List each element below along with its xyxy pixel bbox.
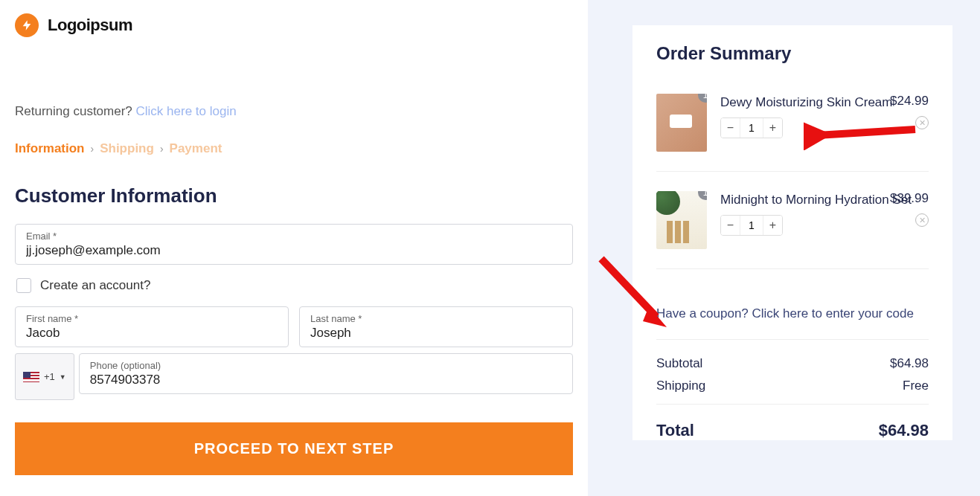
chevron-down-icon: ▼ [60,373,66,381]
coupon-toggle-link[interactable]: Have a coupon? Click here to enter your … [656,306,929,321]
brand-logo: Logoipsum [15,13,573,37]
quantity-stepper[interactable]: − + [720,215,783,236]
quantity-stepper[interactable]: − + [720,117,783,138]
order-summary-title: Order Summary [656,43,929,64]
dial-code: +1 [44,371,55,382]
subtotal-label: Subtotal [656,356,702,371]
us-flag-icon [23,372,39,382]
breadcrumb-payment[interactable]: Payment [170,141,222,156]
shipping-value: Free [903,379,929,393]
breadcrumb: Information › Shipping › Payment [15,141,573,156]
proceed-button[interactable]: PROCEED TO NEXT STEP [15,422,573,475]
cart-item: 1 Midnight to Morning Hydration Set − + … [656,191,929,269]
qty-decrement-button[interactable]: − [721,118,740,138]
email-field-wrap[interactable]: Email * [15,224,573,265]
item-image: 1 [656,94,707,152]
svg-line-0 [817,129,915,135]
login-link[interactable]: Click here to login [136,104,237,118]
annotation-arrow-coupon [592,253,674,335]
item-price: $39.99 [890,191,929,206]
email-label: Email * [26,231,562,242]
create-account-checkbox[interactable] [16,278,31,293]
item-qty-badge: 1 [698,191,707,200]
email-input[interactable] [26,242,562,260]
first-name-input[interactable] [26,324,278,342]
chevron-right-icon: › [160,143,164,155]
last-name-input[interactable] [310,324,562,342]
returning-customer-notice: Returning customer? Click here to login [15,104,573,119]
remove-item-button[interactable]: ✕ [915,213,929,227]
shipping-label: Shipping [656,379,705,393]
total-label: Total [656,421,694,440]
create-account-label: Create an account? [40,278,150,293]
item-qty-badge: 1 [698,94,707,103]
section-title-customer-info: Customer Information [15,184,573,207]
subtotal-value: $64.98 [890,356,929,371]
brand-name: Logoipsum [48,16,132,35]
last-name-label: Last name * [310,313,562,324]
breadcrumb-shipping[interactable]: Shipping [100,141,154,156]
total-value: $64.98 [879,421,929,440]
qty-input[interactable] [740,216,763,235]
qty-increment-button[interactable]: + [763,118,782,138]
phone-label: Phone (optional) [90,360,562,371]
returning-prefix: Returning customer? [15,104,136,118]
qty-increment-button[interactable]: + [763,216,782,235]
phone-field-wrap[interactable]: Phone (optional) [79,353,573,394]
logo-icon [15,13,39,37]
qty-input[interactable] [740,118,763,138]
annotation-arrow-qty [804,119,923,150]
chevron-right-icon: › [91,143,95,155]
qty-decrement-button[interactable]: − [721,216,740,235]
svg-line-1 [601,259,656,317]
last-name-field-wrap[interactable]: Last name * [299,306,573,347]
country-code-selector[interactable]: +1 ▼ [15,353,74,400]
first-name-label: First name * [26,313,278,324]
breadcrumb-information[interactable]: Information [15,141,85,156]
item-price: $24.99 [890,94,929,109]
first-name-field-wrap[interactable]: First name * [15,306,289,347]
phone-input[interactable] [90,371,562,389]
item-image: 1 [656,191,707,249]
